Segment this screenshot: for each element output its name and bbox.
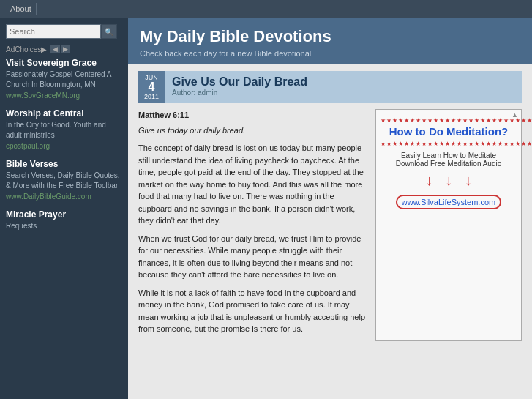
search-button[interactable]: 🔍	[101, 24, 117, 39]
article-paragraph-1: The concept of daily bread is lost on us…	[138, 142, 368, 227]
widget-worship-url[interactable]: cpostpaul.org	[6, 142, 122, 150]
article-title[interactable]: Give Us Our Daily Bread	[172, 75, 514, 89]
date-box: Jun 4 2011	[138, 71, 165, 103]
widget-miracle-desc[interactable]: Requests	[6, 221, 122, 231]
ad-stars-top: ★★★★★★★★★★★★★★★★★★★★★★★★★★★★★★★★★★★	[381, 117, 517, 124]
adchoices-prev[interactable]: ◀	[50, 45, 60, 53]
verse-text: Give us today our daily bread.	[138, 124, 368, 137]
page-title: My Daily Bible Devotions	[140, 27, 520, 46]
widget-sovereign-url[interactable]: www.SovGraceMN.org	[6, 92, 122, 100]
article-title-block: Give Us Our Daily Bread Author: admin	[165, 71, 522, 103]
widget-bible-url[interactable]: www.DailyBibleGuide.com	[6, 193, 122, 201]
widget-bible-desc: Search Verses, Daily Bible Quotes, & Mor…	[6, 171, 122, 191]
ad-subtext: Easily Learn How to Meditate Download Fr…	[381, 152, 517, 168]
article-paragraph-3: While it is not a lack of faith to have …	[138, 287, 368, 335]
ad-url[interactable]: www.SilvaLifeSystem.com	[396, 195, 501, 209]
content-area: My Daily Bible Devotions Check back each…	[128, 18, 532, 399]
search-bar: 🔍	[6, 24, 122, 39]
page-subtitle: Check back each day for a new Bible devo…	[140, 49, 520, 58]
widget-worship-title[interactable]: Worship at Central	[6, 108, 122, 119]
main-layout: 🔍 AdChoices ▶ ◀ ▶ Visit Sovereign Grace …	[0, 18, 532, 399]
widget-bible-title[interactable]: Bible Verses	[6, 159, 122, 169]
date-year: 2011	[144, 93, 159, 100]
verse-reference: Matthew 6:11	[138, 109, 368, 122]
widget-bible: Bible Verses Search Verses, Daily Bible …	[6, 159, 122, 201]
widget-miracle-title[interactable]: Miracle Prayer	[6, 209, 122, 220]
ad-subtext-2: Download Free Meditation Audio	[381, 160, 517, 168]
adchoices-label: AdChoices	[6, 45, 41, 53]
ad-arrows: ↓ ↓ ↓	[381, 172, 517, 189]
sidebar: 🔍 AdChoices ▶ ◀ ▶ Visit Sovereign Grace …	[0, 18, 128, 399]
top-navigation: About	[0, 0, 532, 18]
article-paragraph-2: When we trust God for our daily bread, w…	[138, 233, 368, 281]
adchoices-next[interactable]: ▶	[61, 45, 70, 53]
ad-top-icon: ▲	[512, 111, 518, 119]
about-link[interactable]: About	[6, 3, 37, 15]
ad-headline[interactable]: How to Do Meditation?	[381, 125, 517, 138]
adchoices-bar: AdChoices ▶ ◀ ▶	[6, 45, 122, 53]
widget-miracle: Miracle Prayer Requests	[6, 209, 122, 231]
ad-stars-bottom: ★★★★★★★★★★★★★★★★★★★★★★★★★★★★★★★★★★★	[381, 141, 517, 147]
advertisement-block[interactable]: ▲ ★★★★★★★★★★★★★★★★★★★★★★★★★★★★★★★★★★★ Ho…	[375, 109, 522, 341]
date-day: 4	[149, 81, 155, 93]
article-area: Jun 4 2011 Give Us Our Daily Bread Autho…	[128, 64, 532, 348]
widget-worship: Worship at Central In the City for Good.…	[6, 108, 122, 150]
article-text: Matthew 6:11 Give us today our daily bre…	[138, 109, 368, 341]
widget-sovereign-desc: Passionately Gospel-Centered A Church In…	[6, 70, 122, 90]
article-author: Author: admin	[172, 89, 514, 97]
widget-worship-desc: In the City for Good. Youth and adult mi…	[6, 120, 122, 141]
adchoices-icon: ▶	[41, 45, 47, 53]
article-date-header: Jun 4 2011 Give Us Our Daily Bread Autho…	[138, 71, 522, 103]
widget-sovereign: Visit Sovereign Grace Passionately Gospe…	[6, 58, 122, 100]
content-header: My Daily Bible Devotions Check back each…	[128, 18, 532, 64]
ad-subtext-1: Easily Learn How to Meditate	[381, 152, 517, 160]
adchoices-arrows: ◀ ▶	[50, 45, 70, 53]
article-body: Matthew 6:11 Give us today our daily bre…	[138, 109, 522, 341]
widget-sovereign-title[interactable]: Visit Sovereign Grace	[6, 58, 122, 68]
search-input[interactable]	[6, 24, 101, 39]
